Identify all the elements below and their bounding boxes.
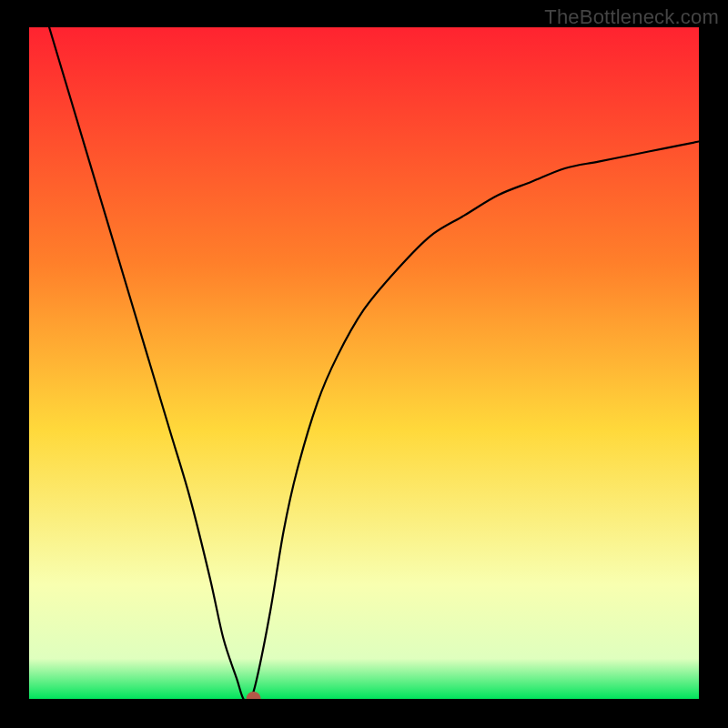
plot-background: [29, 27, 699, 699]
watermark-text: TheBottleneck.com: [544, 5, 719, 29]
bottleneck-chart: [29, 27, 699, 699]
chart-svg: [29, 27, 699, 699]
